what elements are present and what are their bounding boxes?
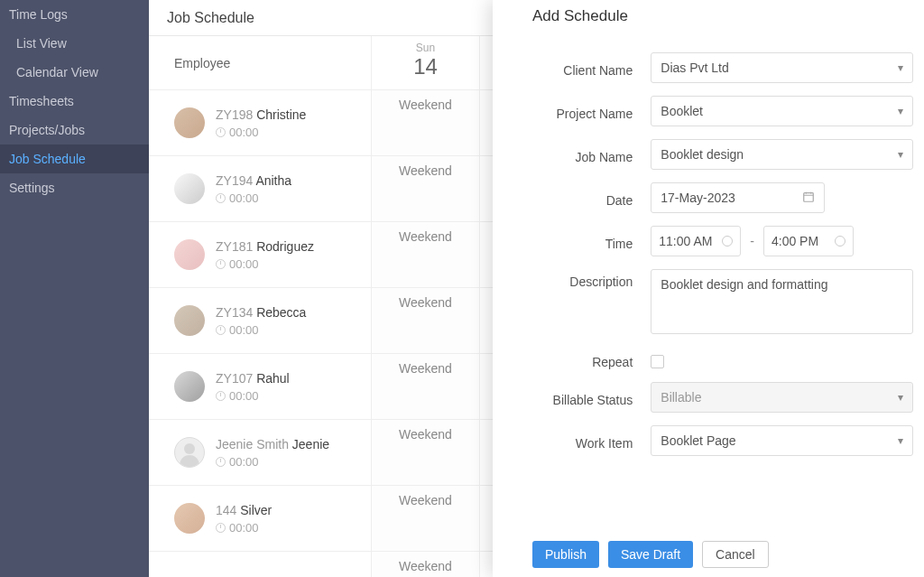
label-repeat: Repeat	[493, 349, 651, 369]
employee-cell[interactable]: ZY134 Rebecca 00:00	[149, 288, 372, 353]
clock-icon	[216, 193, 226, 203]
field-row-workitem: Work Item Booklet Page ▾	[493, 425, 913, 456]
panel-title: Add Schedule	[493, 0, 924, 36]
employee-cell[interactable]: ZY107 Rahul 00:00	[149, 354, 372, 419]
repeat-checkbox[interactable]	[651, 355, 664, 368]
field-row-time: Time 11:00 AM - 4:00 PM	[493, 226, 913, 256]
field-row-job: Job Name Booklet design ▾	[493, 139, 913, 170]
chevron-down-icon: ▾	[898, 434, 903, 447]
day-cell[interactable]: Weekend	[372, 222, 480, 287]
clock-icon	[722, 236, 733, 247]
page-title: Job Schedule	[167, 10, 254, 26]
clock-icon	[216, 325, 226, 335]
label-client: Client Name	[493, 58, 651, 78]
svg-rect-0	[804, 192, 814, 201]
label-time: Time	[493, 231, 651, 251]
day-cell[interactable]: Weekend	[372, 552, 480, 577]
billable-dropdown[interactable]: Billable ▾	[651, 382, 913, 413]
clock-icon	[835, 236, 845, 247]
chevron-down-icon: ▾	[898, 148, 903, 161]
employee-time: 00:00	[216, 455, 329, 469]
sidebar-item-projects[interactable]: Projects/Jobs	[0, 116, 149, 144]
day-cell[interactable]: Weekend	[372, 420, 480, 485]
employee-time: 00:00	[216, 126, 306, 139]
day-cell[interactable]: Weekend	[372, 156, 480, 221]
chevron-down-icon: ▾	[898, 61, 903, 74]
day-cell[interactable]: Weekend	[372, 486, 480, 551]
avatar	[174, 371, 205, 402]
employee-time: 00:00	[216, 323, 306, 337]
employee-cell[interactable]: Jeenie Smith Jeenie 00:00	[149, 420, 372, 485]
clock-icon	[216, 391, 226, 401]
employee-cell[interactable]: ZY198 Christine 00:00	[149, 90, 372, 155]
employee-name: 144 Silver	[216, 503, 272, 517]
panel-body: Client Name Dias Pvt Ltd ▾ Project Name …	[493, 36, 924, 532]
label-billable: Billable Status	[493, 387, 651, 407]
employee-cell[interactable]	[149, 552, 372, 577]
clock-icon	[216, 523, 226, 533]
day-column-header: Sun 14	[372, 36, 480, 89]
sidebar: Time Logs List View Calendar View Timesh…	[0, 0, 149, 577]
avatar	[174, 239, 205, 270]
time-separator: -	[750, 234, 754, 248]
avatar	[174, 173, 205, 204]
employee-name: ZY107 Rahul	[216, 371, 290, 386]
day-cell[interactable]: Weekend	[372, 354, 480, 419]
clock-icon	[216, 259, 226, 269]
cancel-button[interactable]: Cancel	[702, 541, 769, 568]
avatar	[174, 107, 205, 138]
day-number: 14	[372, 54, 479, 79]
label-description: Description	[493, 269, 651, 289]
day-cell[interactable]: Weekend	[372, 90, 480, 155]
employee-time: 00:00	[216, 389, 290, 403]
employee-cell[interactable]: ZY194 Anitha 00:00	[149, 156, 372, 221]
label-date: Date	[493, 188, 651, 208]
calendar-icon	[802, 191, 815, 206]
project-dropdown[interactable]: Booklet ▾	[651, 96, 913, 126]
avatar	[174, 437, 205, 468]
employee-name: ZY134 Rebecca	[216, 305, 306, 320]
clock-icon	[216, 457, 226, 467]
job-dropdown[interactable]: Booklet design ▾	[651, 139, 913, 170]
chevron-down-icon: ▾	[898, 105, 903, 117]
day-of-week: Sun	[372, 42, 479, 54]
employee-cell[interactable]: ZY181 Rodriguez 00:00	[149, 222, 372, 287]
field-row-project: Project Name Booklet ▾	[493, 96, 913, 126]
sidebar-item-jobschedule[interactable]: Job Schedule	[0, 144, 149, 173]
chevron-down-icon: ▾	[898, 391, 903, 404]
day-cell[interactable]: Weekend	[372, 288, 480, 353]
label-workitem: Work Item	[493, 431, 651, 451]
employee-cell[interactable]: 144 Silver 00:00	[149, 486, 372, 551]
clock-icon	[216, 127, 226, 137]
sidebar-item-calendarview[interactable]: Calendar View	[0, 58, 149, 87]
employee-name: ZY181 Rodriguez	[216, 239, 314, 254]
employee-name: ZY198 Christine	[216, 107, 306, 122]
employee-name: Jeenie Smith Jeenie	[216, 437, 329, 451]
date-input[interactable]: 17-May-2023	[651, 182, 825, 213]
client-dropdown[interactable]: Dias Pvt Ltd ▾	[651, 52, 913, 83]
time-to-input[interactable]: 4:00 PM	[763, 226, 854, 256]
avatar	[174, 503, 205, 534]
add-schedule-panel: Add Schedule Client Name Dias Pvt Ltd ▾ …	[493, 0, 924, 577]
save-draft-button[interactable]: Save Draft	[608, 541, 693, 568]
sidebar-item-settings[interactable]: Settings	[0, 173, 149, 202]
field-row-repeat: Repeat	[493, 349, 913, 369]
label-job: Job Name	[493, 144, 651, 164]
description-textarea[interactable]	[651, 269, 913, 334]
employee-time: 00:00	[216, 257, 314, 271]
panel-footer: Publish Save Draft Cancel	[493, 532, 924, 577]
employee-name: ZY194 Anitha	[216, 173, 291, 188]
field-row-description: Description	[493, 269, 913, 337]
sidebar-item-listview[interactable]: List View	[0, 29, 149, 58]
publish-button[interactable]: Publish	[532, 541, 599, 568]
sidebar-item-timelogs[interactable]: Time Logs	[0, 0, 149, 29]
label-project: Project Name	[493, 101, 651, 121]
time-from-input[interactable]: 11:00 AM	[651, 226, 741, 256]
employee-time: 00:00	[216, 521, 272, 535]
field-row-billable: Billable Status Billable ▾	[493, 382, 913, 413]
field-row-client: Client Name Dias Pvt Ltd ▾	[493, 52, 913, 83]
employee-column-header: Employee	[149, 36, 372, 89]
workitem-dropdown[interactable]: Booklet Page ▾	[651, 425, 913, 456]
sidebar-item-timesheets[interactable]: Timesheets	[0, 87, 149, 116]
employee-time: 00:00	[216, 191, 291, 205]
